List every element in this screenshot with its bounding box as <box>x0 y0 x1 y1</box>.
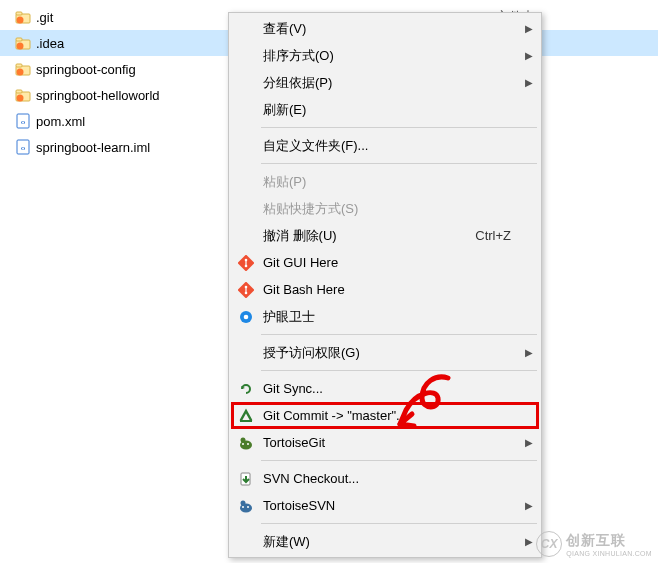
menu-item-label: Git Commit -> "master"... <box>257 408 516 423</box>
menu-item-label: Git Sync... <box>257 381 519 396</box>
svg-point-28 <box>241 437 246 442</box>
watermark-subtext: QIANG XINHULIAN.COM <box>566 550 652 557</box>
menu-item-label: 授予访问权限(G) <box>257 344 519 362</box>
menu-item-label: Git GUI Here <box>257 255 519 270</box>
menu-item-label: TortoiseSVN <box>257 498 519 513</box>
menu-item[interactable]: 排序方式(O)▶ <box>231 42 539 69</box>
context-menu: 查看(V)▶排序方式(O)▶分组依据(P)▶刷新(E)自定义文件夹(F)...粘… <box>228 12 542 558</box>
svg-point-34 <box>242 506 244 508</box>
svg-point-5 <box>17 43 24 50</box>
menu-item[interactable]: Git GUI Here <box>231 249 539 276</box>
eye-icon <box>235 309 257 325</box>
menu-separator <box>261 127 537 128</box>
menu-item-label: 护眼卫士 <box>257 308 519 326</box>
menu-item-label: 查看(V) <box>257 20 519 38</box>
chevron-right-icon: ▶ <box>519 50 533 61</box>
menu-item-label: 刷新(E) <box>257 101 519 119</box>
menu-item[interactable]: SVN Checkout... <box>231 465 539 492</box>
menu-item-label: 撤消 删除(U) <box>257 227 475 245</box>
chevron-right-icon: ▶ <box>519 500 533 511</box>
menu-item: 粘贴(P) <box>231 168 539 195</box>
menu-item[interactable]: 查看(V)▶ <box>231 15 539 42</box>
menu-separator <box>261 460 537 461</box>
menu-item[interactable]: TortoiseGit▶ <box>231 429 539 456</box>
menu-separator <box>261 334 537 335</box>
chevron-right-icon: ▶ <box>519 437 533 448</box>
xml-icon: ‹› <box>14 113 32 129</box>
sync-icon <box>235 381 257 397</box>
tgit-icon <box>235 435 257 451</box>
git-icon <box>235 255 257 271</box>
menu-item-label: 自定义文件夹(F)... <box>257 137 519 155</box>
menu-item[interactable]: 分组依据(P)▶ <box>231 69 539 96</box>
folder-icon <box>14 87 32 103</box>
menu-separator <box>261 523 537 524</box>
svg-point-8 <box>17 69 24 76</box>
menu-item-label: 排序方式(O) <box>257 47 519 65</box>
iml-icon: ‹› <box>14 139 32 155</box>
chevron-right-icon: ▶ <box>519 23 533 34</box>
svg-rect-19 <box>245 260 246 266</box>
watermark-text: 创新互联 <box>566 532 652 550</box>
tsvn-icon <box>235 498 257 514</box>
svg-rect-10 <box>16 90 22 93</box>
svg-point-30 <box>247 443 249 445</box>
menu-item[interactable]: 撤消 删除(U)Ctrl+Z <box>231 222 539 249</box>
svg-point-29 <box>242 443 244 445</box>
svg-point-11 <box>17 95 24 102</box>
folder-icon <box>14 9 32 25</box>
menu-item-label: 新建(W) <box>257 533 519 551</box>
svg-rect-1 <box>16 12 22 15</box>
menu-item-label: Git Bash Here <box>257 282 519 297</box>
svg-text:‹›: ‹› <box>21 145 26 152</box>
menu-item-label: 粘贴快捷方式(S) <box>257 200 519 218</box>
svg-point-33 <box>241 500 246 505</box>
menu-item[interactable]: 自定义文件夹(F)... <box>231 132 539 159</box>
menu-separator <box>261 370 537 371</box>
svg-rect-4 <box>16 38 22 41</box>
folder-icon <box>14 35 32 51</box>
folder-icon <box>14 61 32 77</box>
svg-point-2 <box>17 17 24 24</box>
menu-separator <box>261 163 537 164</box>
menu-shortcut: Ctrl+Z <box>475 228 519 243</box>
menu-item-label: 粘贴(P) <box>257 173 519 191</box>
menu-item: 粘贴快捷方式(S) <box>231 195 539 222</box>
svg-rect-26 <box>240 420 252 422</box>
menu-item-label: SVN Checkout... <box>257 471 519 486</box>
menu-item[interactable]: TortoiseSVN▶ <box>231 492 539 519</box>
menu-item[interactable]: Git Bash Here <box>231 276 539 303</box>
chevron-right-icon: ▶ <box>519 77 533 88</box>
menu-item[interactable]: 新建(W)▶ <box>231 528 539 555</box>
svg-point-25 <box>244 314 249 319</box>
watermark: CX 创新互联 QIANG XINHULIAN.COM <box>536 531 652 557</box>
chevron-right-icon: ▶ <box>519 347 533 358</box>
svg-rect-7 <box>16 64 22 67</box>
svg-text:‹›: ‹› <box>21 119 26 126</box>
watermark-logo-icon: CX <box>536 531 562 557</box>
menu-item[interactable]: Git Sync... <box>231 375 539 402</box>
menu-item[interactable]: Git Commit -> "master"... <box>231 402 539 429</box>
chevron-right-icon: ▶ <box>519 536 533 547</box>
svnco-icon <box>235 471 257 487</box>
menu-item-label: 分组依据(P) <box>257 74 519 92</box>
menu-item[interactable]: 护眼卫士 <box>231 303 539 330</box>
menu-item[interactable]: 刷新(E) <box>231 96 539 123</box>
commit-icon <box>235 408 257 424</box>
menu-item-label: TortoiseGit <box>257 435 519 450</box>
git-icon <box>235 282 257 298</box>
menu-item[interactable]: 授予访问权限(G)▶ <box>231 339 539 366</box>
svg-point-35 <box>247 506 249 508</box>
svg-rect-23 <box>245 287 246 293</box>
